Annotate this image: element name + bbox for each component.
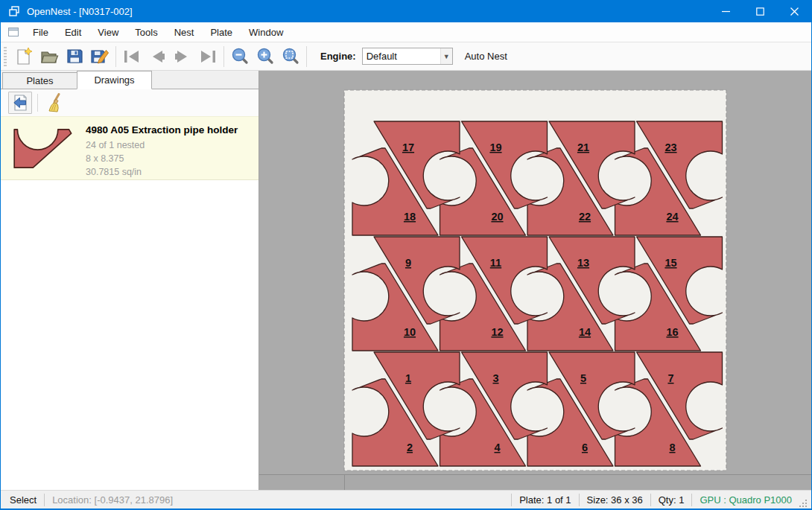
menu-plate[interactable]: Plate [202,24,241,41]
part-number-label: 16 [666,326,678,338]
status-separator [691,494,692,506]
window-title: OpenNest - [N0317-002] [27,6,133,17]
go-last-icon [198,48,218,65]
app-icon[interactable] [8,5,20,17]
part-number-label: 23 [664,141,676,153]
maximize-icon [756,7,764,16]
status-separator [579,494,580,506]
engine-combobox[interactable]: Default ▼ [362,48,453,65]
status-mode: Select [10,494,37,506]
document-icon[interactable] [7,26,20,38]
go-first-button[interactable] [119,45,145,68]
title-bar: OpenNest - [N0317-002] [1,0,811,22]
scrollbar-mark [344,475,345,490]
part-number-label: 14 [579,326,591,338]
auto-nest-button[interactable]: Auto Nest [457,46,515,66]
part-number-label: 19 [489,141,501,153]
main-toolbar: Engine: Default ▼ Auto Nest [1,42,811,71]
zoom-extents-icon [282,47,300,66]
maximize-button[interactable] [743,0,777,22]
status-separator [511,494,512,506]
status-gpu: GPU : Quadro P1000 [700,494,792,506]
part-number-label: 10 [404,326,416,338]
drawing-size: 8 x 8.375 [86,152,238,165]
status-bar: Select Location: [-0.9437, 21.8796] Plat… [1,490,811,510]
status-location: Location: [-0.9437, 21.8796] [52,494,173,506]
part-number-label: 24 [666,211,678,223]
part-number-label: 18 [404,211,416,223]
part-number-label: 20 [491,211,503,223]
engine-label: Engine: [320,51,356,62]
nest-plate-view[interactable]: 171819202122232491011121314151612345678 [259,71,812,474]
drawings-panel: PlatesDrawings [1,71,259,490]
part-number-label: 13 [577,257,589,269]
drawing-area: 30.7815 sq/in [86,165,238,179]
menu-tools[interactable]: Tools [127,24,165,41]
panel-tabs: PlatesDrawings [1,71,258,89]
part-number-label: 22 [579,211,591,223]
drawing-title: 4980 A05 Extraction pipe holder [86,124,238,136]
status-separator [650,494,651,506]
drawing-list-item[interactable]: 4980 A05 Extraction pipe holder 24 of 1 … [1,116,258,180]
part-number-label: 17 [402,141,414,153]
go-previous-icon [148,48,167,65]
menu-file[interactable]: File [25,24,57,41]
part-number-label: 7 [667,372,673,384]
toolbar-separator [115,46,116,67]
toolbar-grip[interactable] [4,47,7,66]
go-next-button[interactable] [170,45,195,68]
save-icon [66,47,84,66]
toolbar-separator [223,46,224,67]
chevron-down-icon[interactable]: ▼ [440,48,452,64]
menu-window[interactable]: Window [241,24,291,41]
part-number-label: 21 [577,141,589,153]
part-number-label: 4 [494,442,500,453]
menu-view[interactable]: View [89,24,127,41]
zoom-extents-button[interactable] [278,45,303,68]
part-number-label: 2 [407,442,413,453]
save-button[interactable] [62,45,87,68]
part-number-label: 15 [664,257,676,269]
panel-toolbar [1,89,258,116]
clean-drawings-button[interactable] [43,92,67,114]
new-document-button[interactable] [11,45,37,68]
tab-plates[interactable]: Plates [2,72,77,89]
drawing-nested-count: 24 of 1 nested [86,138,238,152]
zoom-out-icon [231,47,250,66]
open-file-button[interactable] [37,45,62,68]
go-last-button[interactable] [195,45,221,68]
zoom-in-button[interactable] [253,45,278,68]
resize-grip[interactable] [798,498,808,509]
new-document-icon [15,47,34,66]
status-qty: Qty: 1 [659,494,685,506]
panel-toolbar-separator [37,94,38,112]
go-previous-button[interactable] [145,45,170,68]
horizontal-scrollbar[interactable] [259,474,811,490]
status-separator [44,494,45,506]
menu-bar: FileEditViewToolsNestPlateWindow [1,22,811,42]
menu-nest[interactable]: Nest [166,24,203,41]
go-first-icon [122,48,142,65]
engine-value: Default [363,51,440,62]
part-number-label: 5 [580,372,586,384]
part-number-label: 3 [492,372,498,384]
save-as-button[interactable] [87,45,112,68]
part-number-label: 1 [405,372,411,384]
zoom-out-button[interactable] [227,45,253,68]
part-number-label: 9 [405,257,411,269]
zoom-in-icon [256,47,275,66]
tab-drawings[interactable]: Drawings [77,71,152,89]
open-file-icon [39,47,59,66]
close-button[interactable] [777,0,811,22]
nest-canvas[interactable]: 171819202122232491011121314151612345678 [259,71,811,490]
menu-edit[interactable]: Edit [57,24,89,41]
status-size: Size: 36 x 36 [587,494,643,506]
import-drawing-button[interactable] [8,92,32,114]
minimize-button[interactable] [708,0,743,22]
close-icon [790,7,799,16]
part-number-label: 8 [669,442,675,453]
toolbar-separator [306,46,307,67]
status-plate: Plate: 1 of 1 [519,494,571,506]
broom-icon [46,93,64,112]
part-thumbnail [11,123,77,173]
